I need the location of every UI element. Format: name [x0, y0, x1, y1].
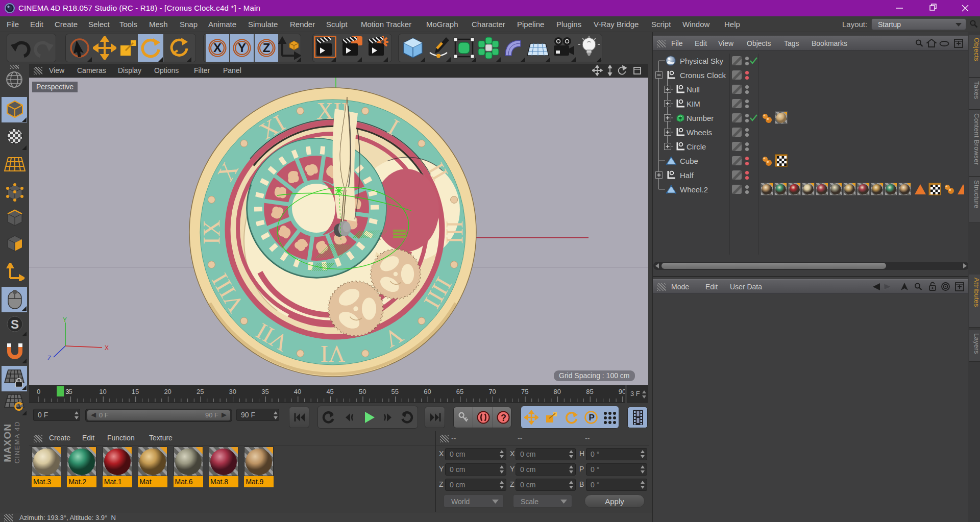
svg-text:5: 5: [69, 388, 72, 395]
svg-text:10: 10: [99, 388, 106, 395]
svg-text:85: 85: [586, 388, 593, 395]
svg-text:S: S: [11, 317, 19, 331]
svg-text:VI: VI: [321, 341, 346, 367]
svg-text:IX: IX: [199, 220, 225, 245]
svg-text:X: X: [213, 41, 222, 55]
svg-text:90: 90: [619, 388, 625, 395]
svg-text:Z: Z: [263, 41, 271, 55]
svg-text:65: 65: [456, 388, 463, 395]
svg-text:55: 55: [391, 388, 399, 395]
svg-text:35: 35: [261, 388, 268, 395]
svg-text:P: P: [589, 413, 595, 422]
svg-text:15: 15: [132, 388, 139, 395]
svg-text:20: 20: [164, 388, 171, 395]
svg-text:III: III: [442, 220, 468, 244]
svg-text:Y: Y: [238, 41, 246, 55]
svg-text:80: 80: [554, 388, 561, 395]
svg-text:?: ?: [501, 413, 506, 423]
svg-text:Z: Z: [47, 355, 51, 362]
svg-text:75: 75: [521, 388, 528, 395]
svg-text:25: 25: [197, 388, 204, 395]
svg-text:3: 3: [65, 388, 69, 395]
svg-text:70: 70: [488, 388, 496, 395]
svg-text:30: 30: [229, 388, 236, 395]
svg-text:50: 50: [359, 388, 366, 395]
svg-text:60: 60: [424, 388, 431, 395]
svg-text:45: 45: [326, 388, 333, 395]
svg-text:40: 40: [294, 388, 301, 395]
svg-text:0: 0: [37, 388, 40, 395]
svg-text:X: X: [105, 344, 109, 352]
svg-text:Y: Y: [63, 317, 67, 324]
